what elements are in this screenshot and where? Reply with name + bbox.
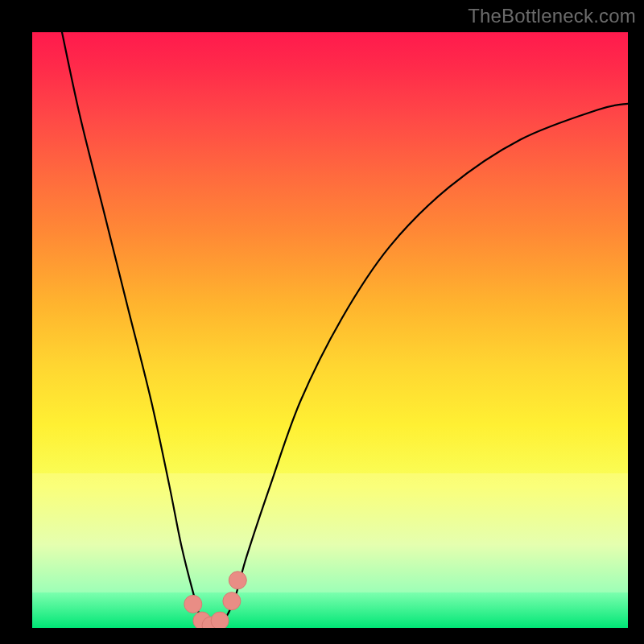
bottleneck-curve	[62, 32, 628, 628]
plot-area	[32, 32, 628, 628]
curve-markers	[184, 572, 246, 628]
chart-svg	[32, 32, 628, 628]
curve-marker	[184, 595, 202, 613]
curve-marker	[211, 612, 229, 628]
watermark-text: TheBottleneck.com	[468, 5, 636, 27]
outer-frame: TheBottleneck.com	[0, 0, 644, 644]
curve-marker	[223, 592, 241, 610]
curve-marker	[229, 572, 246, 589]
